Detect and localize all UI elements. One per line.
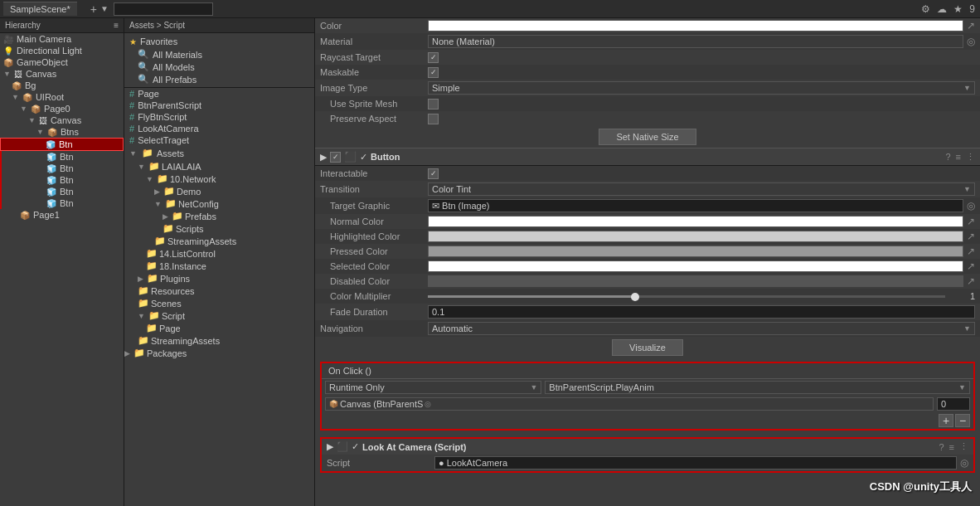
hierarchy-item-btn-4[interactable]: 🧊 Btn <box>0 186 124 197</box>
tree-laialaia[interactable]: ▼ 📁 LAIALAIA <box>124 160 314 173</box>
plus-button[interactable]: + <box>939 414 953 427</box>
script-field[interactable]: ● LookAtCamera <box>434 456 957 470</box>
folder-icon: 📁 <box>154 236 166 246</box>
interactable-checkbox[interactable] <box>428 168 439 179</box>
cloud-icon[interactable]: ☁ <box>935 3 948 15</box>
help-icon[interactable]: ? <box>945 152 950 162</box>
more-icon[interactable]: ⋮ <box>966 152 975 163</box>
expand-icon[interactable]: ▶ <box>327 441 333 452</box>
more-icon[interactable]: ⋮ <box>959 441 968 452</box>
canvas-obj-field[interactable]: 📦 Canvas (BtnParentS ◎ <box>325 397 934 411</box>
normal-color-picker[interactable]: ↗ <box>967 216 975 227</box>
script-file-btnparent[interactable]: # BtnParentScript <box>124 100 314 111</box>
navigation-dropdown[interactable]: Automatic ▼ <box>428 322 975 335</box>
settings-icon[interactable]: ⚙ <box>919 3 932 15</box>
tree-netconfig[interactable]: ▼ 📁 NetConfig <box>124 197 314 210</box>
expand-icon[interactable]: ▶ <box>320 152 327 163</box>
assets-header[interactable]: ▼ 📁 Assets <box>124 146 314 160</box>
tree-10network[interactable]: ▼ 📁 10.Network <box>124 173 314 185</box>
button-enable-checkbox[interactable] <box>330 152 341 163</box>
hierarchy-item-bg[interactable]: 📦 Bg <box>0 80 124 91</box>
add-icon[interactable]: + <box>90 2 97 16</box>
script-file-selecttraget[interactable]: # SelectTraget <box>124 134 314 146</box>
tree-resources[interactable]: 📁 Resources <box>124 285 314 297</box>
tree-scenes[interactable]: 📁 Scenes <box>124 297 314 309</box>
scene-tab[interactable]: SampleScene* <box>3 2 77 16</box>
hierarchy-menu-icon[interactable]: ≡ <box>114 21 119 30</box>
color-multiplier-slider[interactable]: 1 <box>428 291 975 301</box>
preserve-checkbox[interactable] <box>428 114 439 124</box>
dropdown-icon[interactable]: ▼ <box>100 4 109 13</box>
star-icon[interactable]: ★ <box>952 3 964 15</box>
minus-button[interactable]: − <box>955 414 970 427</box>
pressed-color-swatch[interactable] <box>428 246 963 257</box>
tree-page[interactable]: 📁 Page <box>124 322 314 334</box>
highlighted-color-picker[interactable]: ↗ <box>967 231 975 242</box>
tree-14list[interactable]: 📁 14.ListControl <box>124 247 314 260</box>
material-dropdown[interactable]: None (Material) <box>428 35 963 48</box>
hierarchy-item-canvas-inner[interactable]: ▼ 🖼 Canvas <box>0 114 124 126</box>
tree-demo[interactable]: ▶ 📁 Demo <box>124 185 314 197</box>
script-file-page[interactable]: # Page <box>124 88 314 100</box>
hierarchy-item-btn-1[interactable]: 🧊 Btn <box>0 151 124 163</box>
fav-all-materials[interactable]: 🔍 All Materials <box>124 48 314 61</box>
tree-streaming[interactable]: 📁 StreamingAssets <box>124 235 314 247</box>
set-native-size-button[interactable]: Set Native Size <box>599 129 696 145</box>
highlighted-color-swatch[interactable] <box>428 231 963 242</box>
settings-icon[interactable]: ≡ <box>949 442 954 452</box>
visualize-button[interactable]: Visualize <box>612 339 683 356</box>
script-file-lookatcamera[interactable]: # LookAtCamera <box>124 123 314 134</box>
disabled-color-swatch[interactable] <box>428 275 963 287</box>
tree-plugins[interactable]: ▶ 📁 Plugins <box>124 272 314 285</box>
hierarchy-item-btns[interactable]: ▼ 📦 Btns <box>0 126 124 138</box>
favorites-header[interactable]: ★ Favorites <box>124 35 314 48</box>
method-dropdown[interactable]: BtnParentScript.PlayAnim ▼ <box>545 381 970 394</box>
hierarchy-item-page1[interactable]: 📦 Page1 <box>0 209 124 221</box>
script-file-flybtn[interactable]: # FlyBtnScript <box>124 111 314 123</box>
hierarchy-item-gameobject[interactable]: 📦 GameObject <box>0 56 124 68</box>
search-input[interactable] <box>114 2 213 16</box>
image-type-dropdown[interactable]: Simple ▼ <box>428 81 975 95</box>
hierarchy-item-btn-2[interactable]: 🧊 Btn <box>0 163 124 174</box>
selected-color-picker[interactable]: ↗ <box>967 260 975 272</box>
tree-packages[interactable]: ▶ 📁 Packages <box>124 347 314 359</box>
target-graphic-field[interactable]: ✉ Btn (Image) <box>428 199 963 212</box>
disabled-color-picker[interactable]: ↗ <box>967 275 975 287</box>
image-type-value: Simple ▼ <box>428 81 975 95</box>
settings-icon[interactable]: ≡ <box>956 152 961 162</box>
fade-duration-input[interactable]: 0.1 <box>428 305 975 319</box>
hierarchy-item-directional-light[interactable]: 💡 Directional Light <box>0 45 124 56</box>
runtime-only-dropdown[interactable]: Runtime Only ▼ <box>325 381 541 394</box>
material-picker-icon[interactable]: ◎ <box>967 36 975 47</box>
tree-script[interactable]: ▼ 📁 Script <box>124 309 314 322</box>
tree-18instance[interactable]: 📁 18.Instance <box>124 260 314 272</box>
maskable-checkbox[interactable] <box>428 67 439 78</box>
selected-color-label: Selected Color <box>320 261 428 271</box>
hierarchy-item-btn-5[interactable]: 🧊 Btn <box>0 197 124 209</box>
hierarchy-item-page0[interactable]: ▼ 📦 Page0 <box>0 103 124 114</box>
hierarchy-item-btn-selected[interactable]: 🧊 Btn <box>0 138 124 151</box>
raycast-checkbox[interactable] <box>428 52 439 63</box>
use-sprite-checkbox[interactable] <box>428 99 439 109</box>
arrow-icon: ▼ <box>3 70 11 78</box>
hierarchy-item-main-camera[interactable]: 🎥 Main Camera <box>0 33 124 45</box>
color-swatch[interactable] <box>428 20 963 32</box>
hierarchy-item-btn-3[interactable]: 🧊 Btn <box>0 174 124 186</box>
button-check: ✓ <box>360 152 367 163</box>
help-icon[interactable]: ? <box>939 442 944 452</box>
color-picker-icon[interactable]: ↗ <box>967 20 975 32</box>
script-picker-icon[interactable]: ◎ <box>960 457 968 469</box>
transition-dropdown[interactable]: Color Tint ▼ <box>428 182 975 196</box>
selected-color-swatch[interactable] <box>428 260 963 272</box>
onclick-param-input[interactable]: 0 <box>937 397 970 411</box>
hierarchy-item-uiroot[interactable]: ▼ 📦 UIRoot <box>0 91 124 103</box>
tree-scripts[interactable]: 📁 Scripts <box>124 222 314 235</box>
hierarchy-item-canvas[interactable]: ▼ 🖼 Canvas <box>0 68 124 80</box>
tree-streaming2[interactable]: 📁 StreamingAssets <box>124 334 314 347</box>
pressed-color-picker[interactable]: ↗ <box>967 246 975 257</box>
target-graphic-picker-icon[interactable]: ◎ <box>967 200 975 212</box>
fav-all-prefabs[interactable]: 🔍 All Prefabs <box>124 73 314 85</box>
normal-color-swatch[interactable] <box>428 216 963 227</box>
fav-all-models[interactable]: 🔍 All Models <box>124 61 314 73</box>
tree-prefabs[interactable]: ▶ 📁 Prefabs <box>124 210 314 222</box>
